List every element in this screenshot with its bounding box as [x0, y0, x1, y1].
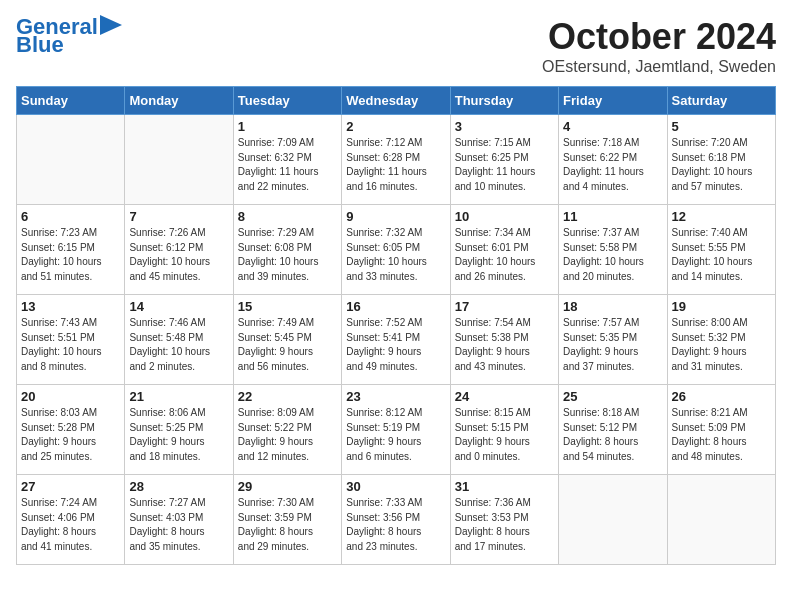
day-number: 23 [346, 389, 445, 404]
col-header-saturday: Saturday [667, 87, 775, 115]
week-row-2: 6Sunrise: 7:23 AM Sunset: 6:15 PM Daylig… [17, 205, 776, 295]
day-cell: 27Sunrise: 7:24 AM Sunset: 4:06 PM Dayli… [17, 475, 125, 565]
col-header-friday: Friday [559, 87, 667, 115]
day-cell: 5Sunrise: 7:20 AM Sunset: 6:18 PM Daylig… [667, 115, 775, 205]
day-cell [125, 115, 233, 205]
day-info: Sunrise: 8:12 AM Sunset: 5:19 PM Dayligh… [346, 406, 445, 464]
day-number: 12 [672, 209, 771, 224]
title-block: October 2024 OEstersund, Jaemtland, Swed… [542, 16, 776, 76]
day-info: Sunrise: 8:15 AM Sunset: 5:15 PM Dayligh… [455, 406, 554, 464]
day-cell: 26Sunrise: 8:21 AM Sunset: 5:09 PM Dayli… [667, 385, 775, 475]
day-info: Sunrise: 7:12 AM Sunset: 6:28 PM Dayligh… [346, 136, 445, 194]
day-number: 20 [21, 389, 120, 404]
week-row-4: 20Sunrise: 8:03 AM Sunset: 5:28 PM Dayli… [17, 385, 776, 475]
day-cell: 30Sunrise: 7:33 AM Sunset: 3:56 PM Dayli… [342, 475, 450, 565]
day-number: 1 [238, 119, 337, 134]
day-number: 4 [563, 119, 662, 134]
day-number: 22 [238, 389, 337, 404]
day-cell: 17Sunrise: 7:54 AM Sunset: 5:38 PM Dayli… [450, 295, 558, 385]
day-cell: 31Sunrise: 7:36 AM Sunset: 3:53 PM Dayli… [450, 475, 558, 565]
day-cell: 28Sunrise: 7:27 AM Sunset: 4:03 PM Dayli… [125, 475, 233, 565]
day-number: 24 [455, 389, 554, 404]
day-number: 9 [346, 209, 445, 224]
day-cell: 15Sunrise: 7:49 AM Sunset: 5:45 PM Dayli… [233, 295, 341, 385]
day-number: 30 [346, 479, 445, 494]
day-cell [559, 475, 667, 565]
day-info: Sunrise: 7:43 AM Sunset: 5:51 PM Dayligh… [21, 316, 120, 374]
logo-text-blue: Blue [16, 34, 64, 56]
day-info: Sunrise: 8:00 AM Sunset: 5:32 PM Dayligh… [672, 316, 771, 374]
day-info: Sunrise: 7:40 AM Sunset: 5:55 PM Dayligh… [672, 226, 771, 284]
day-number: 29 [238, 479, 337, 494]
col-header-wednesday: Wednesday [342, 87, 450, 115]
day-cell: 25Sunrise: 8:18 AM Sunset: 5:12 PM Dayli… [559, 385, 667, 475]
day-info: Sunrise: 7:37 AM Sunset: 5:58 PM Dayligh… [563, 226, 662, 284]
col-header-tuesday: Tuesday [233, 87, 341, 115]
day-info: Sunrise: 7:15 AM Sunset: 6:25 PM Dayligh… [455, 136, 554, 194]
day-cell: 4Sunrise: 7:18 AM Sunset: 6:22 PM Daylig… [559, 115, 667, 205]
day-cell: 8Sunrise: 7:29 AM Sunset: 6:08 PM Daylig… [233, 205, 341, 295]
day-info: Sunrise: 8:18 AM Sunset: 5:12 PM Dayligh… [563, 406, 662, 464]
day-cell: 7Sunrise: 7:26 AM Sunset: 6:12 PM Daylig… [125, 205, 233, 295]
day-info: Sunrise: 7:46 AM Sunset: 5:48 PM Dayligh… [129, 316, 228, 374]
day-number: 15 [238, 299, 337, 314]
day-info: Sunrise: 7:26 AM Sunset: 6:12 PM Dayligh… [129, 226, 228, 284]
day-number: 3 [455, 119, 554, 134]
day-number: 7 [129, 209, 228, 224]
day-cell: 18Sunrise: 7:57 AM Sunset: 5:35 PM Dayli… [559, 295, 667, 385]
day-cell: 2Sunrise: 7:12 AM Sunset: 6:28 PM Daylig… [342, 115, 450, 205]
day-cell: 11Sunrise: 7:37 AM Sunset: 5:58 PM Dayli… [559, 205, 667, 295]
day-number: 10 [455, 209, 554, 224]
day-number: 18 [563, 299, 662, 314]
day-number: 26 [672, 389, 771, 404]
day-info: Sunrise: 7:32 AM Sunset: 6:05 PM Dayligh… [346, 226, 445, 284]
day-info: Sunrise: 7:36 AM Sunset: 3:53 PM Dayligh… [455, 496, 554, 554]
day-info: Sunrise: 8:21 AM Sunset: 5:09 PM Dayligh… [672, 406, 771, 464]
day-info: Sunrise: 7:30 AM Sunset: 3:59 PM Dayligh… [238, 496, 337, 554]
day-info: Sunrise: 7:24 AM Sunset: 4:06 PM Dayligh… [21, 496, 120, 554]
day-number: 8 [238, 209, 337, 224]
day-cell: 9Sunrise: 7:32 AM Sunset: 6:05 PM Daylig… [342, 205, 450, 295]
day-cell: 10Sunrise: 7:34 AM Sunset: 6:01 PM Dayli… [450, 205, 558, 295]
day-cell: 20Sunrise: 8:03 AM Sunset: 5:28 PM Dayli… [17, 385, 125, 475]
day-number: 11 [563, 209, 662, 224]
day-info: Sunrise: 7:52 AM Sunset: 5:41 PM Dayligh… [346, 316, 445, 374]
day-cell: 6Sunrise: 7:23 AM Sunset: 6:15 PM Daylig… [17, 205, 125, 295]
day-info: Sunrise: 7:20 AM Sunset: 6:18 PM Dayligh… [672, 136, 771, 194]
day-number: 21 [129, 389, 228, 404]
day-number: 16 [346, 299, 445, 314]
day-number: 13 [21, 299, 120, 314]
day-info: Sunrise: 7:09 AM Sunset: 6:32 PM Dayligh… [238, 136, 337, 194]
month-title: October 2024 [542, 16, 776, 58]
day-info: Sunrise: 7:23 AM Sunset: 6:15 PM Dayligh… [21, 226, 120, 284]
day-info: Sunrise: 7:29 AM Sunset: 6:08 PM Dayligh… [238, 226, 337, 284]
day-cell: 24Sunrise: 8:15 AM Sunset: 5:15 PM Dayli… [450, 385, 558, 475]
day-info: Sunrise: 7:54 AM Sunset: 5:38 PM Dayligh… [455, 316, 554, 374]
day-number: 27 [21, 479, 120, 494]
day-number: 2 [346, 119, 445, 134]
day-cell: 21Sunrise: 8:06 AM Sunset: 5:25 PM Dayli… [125, 385, 233, 475]
day-cell: 3Sunrise: 7:15 AM Sunset: 6:25 PM Daylig… [450, 115, 558, 205]
day-cell: 23Sunrise: 8:12 AM Sunset: 5:19 PM Dayli… [342, 385, 450, 475]
day-cell [17, 115, 125, 205]
week-row-3: 13Sunrise: 7:43 AM Sunset: 5:51 PM Dayli… [17, 295, 776, 385]
day-info: Sunrise: 7:57 AM Sunset: 5:35 PM Dayligh… [563, 316, 662, 374]
location-subtitle: OEstersund, Jaemtland, Sweden [542, 58, 776, 76]
day-info: Sunrise: 7:18 AM Sunset: 6:22 PM Dayligh… [563, 136, 662, 194]
day-number: 5 [672, 119, 771, 134]
day-info: Sunrise: 7:27 AM Sunset: 4:03 PM Dayligh… [129, 496, 228, 554]
col-header-thursday: Thursday [450, 87, 558, 115]
calendar-table: SundayMondayTuesdayWednesdayThursdayFrid… [16, 86, 776, 565]
day-info: Sunrise: 8:03 AM Sunset: 5:28 PM Dayligh… [21, 406, 120, 464]
day-cell [667, 475, 775, 565]
day-info: Sunrise: 7:33 AM Sunset: 3:56 PM Dayligh… [346, 496, 445, 554]
day-info: Sunrise: 7:34 AM Sunset: 6:01 PM Dayligh… [455, 226, 554, 284]
day-number: 14 [129, 299, 228, 314]
week-row-1: 1Sunrise: 7:09 AM Sunset: 6:32 PM Daylig… [17, 115, 776, 205]
day-number: 17 [455, 299, 554, 314]
day-cell: 16Sunrise: 7:52 AM Sunset: 5:41 PM Dayli… [342, 295, 450, 385]
day-cell: 13Sunrise: 7:43 AM Sunset: 5:51 PM Dayli… [17, 295, 125, 385]
day-number: 28 [129, 479, 228, 494]
week-row-5: 27Sunrise: 7:24 AM Sunset: 4:06 PM Dayli… [17, 475, 776, 565]
logo: General Blue [16, 16, 122, 56]
